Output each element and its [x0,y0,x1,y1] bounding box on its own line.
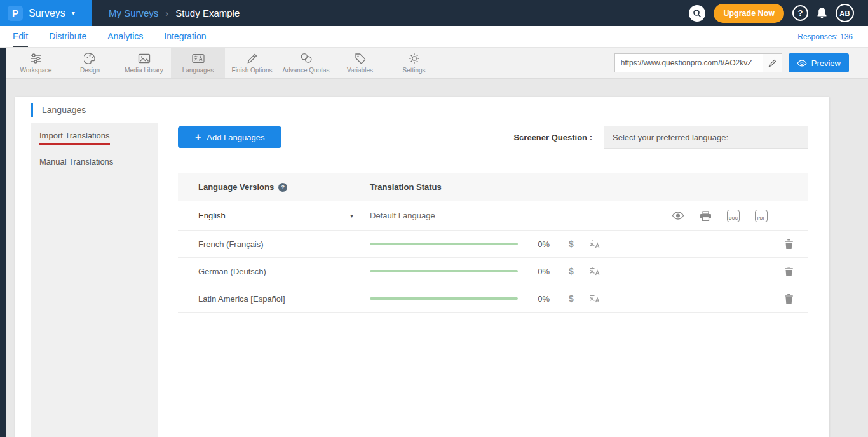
screener-question-value: Select your preferred language: [613,133,728,142]
delete-language-button[interactable] [785,294,793,304]
notifications-button[interactable] [817,7,827,19]
product-label: Surveys [29,8,65,19]
pencil-icon [768,59,776,67]
toolbar-item-label: Advance Quotas [283,67,330,74]
survey-url-box [614,53,782,72]
eye-icon [672,212,684,220]
gear-icon [409,53,420,64]
screener-question-select[interactable]: Select your preferred language: [604,126,808,149]
panel-actions-row: + Add Languages Screener Question : Sele… [178,126,808,149]
search-icon [693,9,702,18]
toolbar-item-variables[interactable]: Variables [333,48,387,78]
toolbar-item-label: Workspace [20,67,52,74]
download-pdf-button[interactable]: PDF [755,210,768,222]
language-row-german: German (Deutsch) 0% $ [178,258,808,285]
breadcrumb-current-survey: Study Example [175,8,240,18]
breadcrumb-separator-icon: › [165,8,168,18]
link-rings-icon [300,53,313,64]
language-versions-table: Language Versions ? Translation Status E… [178,173,808,313]
toolbar-item-design[interactable]: Design [63,48,117,78]
page-title: Languages [42,105,86,115]
help-button[interactable]: ? [792,5,808,21]
collapsed-left-rail[interactable] [0,48,6,437]
language-name: German (Deutsch) [178,267,370,276]
breadcrumb-my-surveys[interactable]: My Surveys [109,8,158,18]
blue-accent-bar [31,103,33,117]
sidebar-item-import-translations[interactable]: Import Translations [31,124,158,151]
delete-language-button[interactable] [785,239,793,249]
help-icon[interactable]: ? [278,183,287,192]
user-avatar[interactable]: AB [836,4,854,22]
toolbar-item-label: Settings [402,67,425,74]
auto-translate-button[interactable] [589,267,601,276]
responses-count[interactable]: Responses: 136 [797,32,853,41]
toolbar-item-label: Design [80,67,100,74]
paid-translation-button[interactable]: $ [569,266,574,276]
default-language-status: Default Language [370,211,435,220]
trash-icon [785,267,793,276]
question-mark-icon: ? [798,8,803,18]
column-language-versions: Language Versions [198,182,274,192]
toolbar-item-label: Finish Options [232,67,273,74]
breadcrumb: My Surveys › Study Example [109,8,240,18]
toolbar-item-label: Variables [347,67,373,74]
translation-progress-bar [370,243,518,245]
print-survey-button[interactable] [700,211,712,221]
chevron-down-icon: ▾ [72,10,75,17]
language-row-spanish: Latin America [Español] 0% $ [178,285,808,313]
tab-distribute[interactable]: Distribute [49,26,86,47]
pencil-icon [247,53,258,64]
tag-icon [355,53,366,64]
eye-icon [797,60,807,67]
toolbar-item-media-library[interactable]: Media Library [117,48,171,78]
product-menu[interactable]: P Surveys ▾ [0,0,92,26]
edit-toolbar: Workspace Design Media Library Languages… [0,48,868,79]
default-language-dropdown[interactable]: English ▾ [178,211,370,220]
auto-translate-button[interactable] [589,294,601,303]
translation-percent: 0% [534,267,550,276]
bell-icon [817,7,827,19]
edit-url-button[interactable] [763,53,782,72]
upgrade-now-button[interactable]: Upgrade Now [714,4,784,23]
toolbar-item-advance-quotas[interactable]: Advance Quotas [279,48,333,78]
add-languages-label: Add Languages [207,133,264,142]
translation-percent: 0% [534,294,550,304]
preview-button[interactable]: Preview [789,53,849,72]
table-header: Language Versions ? Translation Status [178,173,808,201]
view-survey-button[interactable] [672,212,684,220]
language-name: Latin America [Español] [178,294,370,304]
trash-icon [785,294,793,304]
tab-analytics[interactable]: Analytics [107,26,143,47]
page-content: Languages Import Translations Manual Tra… [0,79,868,437]
delete-language-button[interactable] [785,267,793,276]
survey-section-tabs: Edit Distribute Analytics Integration Re… [0,26,868,48]
survey-url-input[interactable] [614,53,763,72]
search-button[interactable] [689,5,705,22]
questionpro-logo: P [8,6,23,21]
languages-panel: + Add Languages Screener Question : Sele… [158,123,829,437]
toolbar-item-settings[interactable]: Settings [387,48,441,78]
paid-translation-button[interactable]: $ [569,293,574,304]
image-icon [138,53,151,64]
sidebar-item-manual-translations[interactable]: Manual Translations [31,151,158,172]
translation-progress-bar [370,297,518,300]
translate-icon [589,267,601,276]
workspace-icon [30,53,43,64]
tab-edit[interactable]: Edit [13,26,28,47]
paid-translation-button[interactable]: $ [569,239,574,249]
toolbar-item-workspace[interactable]: Workspace [9,48,63,78]
palette-icon [84,53,96,64]
card-header: Languages [15,97,829,123]
auto-translate-button[interactable] [589,239,601,248]
toolbar-item-languages[interactable]: Languages [171,48,225,78]
manual-translations-label: Manual Translations [39,157,113,166]
preview-label: Preview [811,58,841,68]
translation-progress-bar [370,270,518,272]
language-row-french: French (Français) 0% $ [178,231,808,258]
toolbar-item-finish-options[interactable]: Finish Options [225,48,279,78]
language-name: French (Français) [178,239,370,249]
tab-integration[interactable]: Integration [164,26,206,47]
top-navigation-bar: P Surveys ▾ My Surveys › Study Example U… [0,0,868,26]
add-languages-button[interactable]: + Add Languages [178,126,281,148]
download-doc-button[interactable]: DOC [727,210,740,222]
